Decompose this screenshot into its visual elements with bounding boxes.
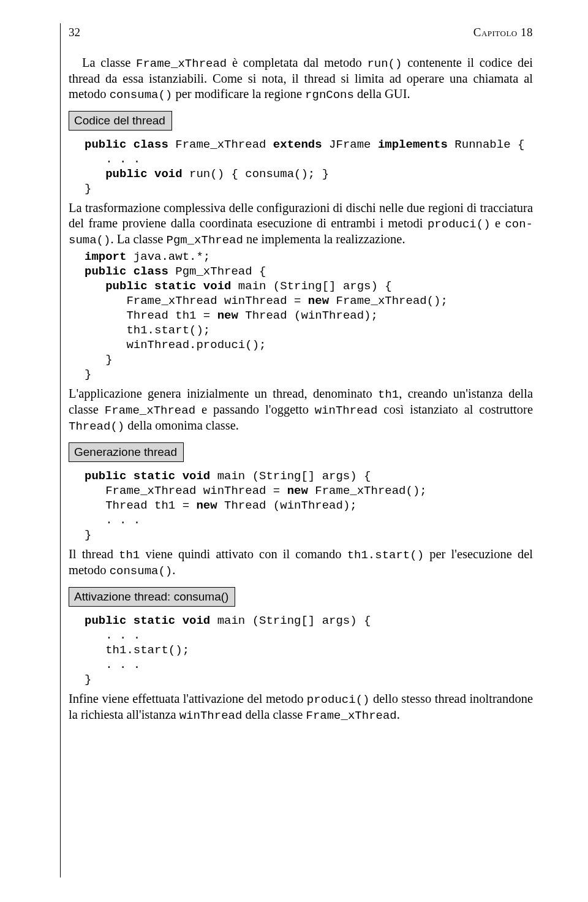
text: . La classe <box>110 232 166 246</box>
code-inline: Thread() <box>69 420 124 433</box>
text: della omonima classe. <box>124 419 239 432</box>
code-inline: Frame_xThread <box>105 404 195 417</box>
section-label-2: Generazione thread <box>69 442 184 462</box>
page-number: 32 <box>69 26 93 39</box>
chapter-name: Capitolo 18 <box>473 26 533 39</box>
code-block-4: public static void main (String[] args) … <box>85 614 533 688</box>
code-inline: th1 <box>378 388 399 401</box>
text: della GUI. <box>354 87 410 100</box>
paragraph-2: La trasformazione complessiva delle conf… <box>69 200 533 248</box>
text: così istanziato al costruttore <box>377 403 533 416</box>
code-inline: consuma() <box>110 88 173 102</box>
left-margin-rule <box>60 23 61 877</box>
code-block-1: public class Frame_xThread extends JFram… <box>85 138 533 197</box>
text: per modificare la regione <box>172 87 305 100</box>
code-inline: run() <box>367 57 402 70</box>
page: 32 Capitolo 18 La classe Frame_xThread è… <box>0 0 588 902</box>
section-label-1: Codice del thread <box>69 111 172 131</box>
code-inline: winThread <box>179 709 243 722</box>
section-label-3: Attivazione thread: consuma() <box>69 587 235 607</box>
text: Il thread <box>69 547 119 561</box>
text: viene quindi attivato con il comando <box>140 547 347 561</box>
code-inline: winThread <box>315 404 378 417</box>
text: della classe <box>242 708 306 721</box>
code-inline: Frame_xThread <box>306 709 397 722</box>
text: . <box>172 563 175 577</box>
paragraph-1: La classe Frame_xThread è completata dal… <box>69 55 533 102</box>
text: e <box>491 216 505 230</box>
text: La classe <box>82 56 136 69</box>
paragraph-3: L'applicazione genera inizialmente un th… <box>69 386 533 434</box>
code-inline: produci() <box>307 693 370 707</box>
code-inline: th1.start() <box>347 548 424 562</box>
text: Infine viene effettuata l'attivazione de… <box>69 692 307 705</box>
text: L'applicazione genera inizialmente un th… <box>69 387 378 400</box>
code-inline: th1 <box>119 548 140 562</box>
code-block-3: public static void main (String[] args) … <box>85 469 533 543</box>
code-inline: produci() <box>428 218 491 231</box>
code-inline: consuma() <box>110 564 173 578</box>
text: è completata dal metodo <box>227 56 367 69</box>
text: e passando l'oggetto <box>195 403 315 416</box>
page-header: 32 Capitolo 18 <box>69 26 533 39</box>
code-inline: Pgm_xThread <box>167 233 243 247</box>
code-block-2: import java.awt.*; public class Pgm_xThr… <box>85 250 533 382</box>
paragraph-4: Il thread th1 viene quindi attivato con … <box>69 547 533 578</box>
paragraph-5: Infine viene effettuata l'attivazione de… <box>69 691 533 723</box>
text: ne implementa la realizzazione. <box>243 232 405 246</box>
code-inline: Frame_xThread <box>136 57 227 70</box>
code-inline: rgnCons <box>305 88 354 102</box>
text: . <box>397 708 400 721</box>
